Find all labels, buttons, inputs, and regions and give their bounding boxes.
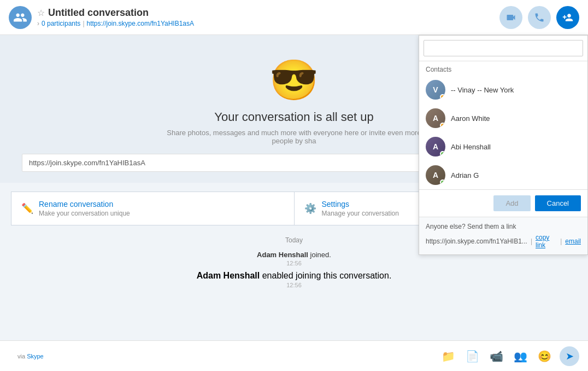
add-people-button[interactable]: [556, 6, 579, 29]
contact-avatar-adrian: A: [426, 165, 445, 185]
contact-name-abi: Abi Henshall: [451, 143, 491, 151]
gear-icon: ⚙️: [304, 202, 316, 215]
add-people-panel: Contacts V -- Vinay -- New York A Aaron …: [419, 35, 588, 255]
event-time-1: 12:56: [11, 282, 577, 288]
bottom-toolbar: via Skype 📁 📄 📹 👥 😊 ➤: [0, 340, 588, 371]
rename-subtitle: Make your conversation unique: [39, 210, 130, 217]
event-name-1: Adam Henshall: [197, 271, 260, 280]
event-time-0: 12:56: [11, 260, 577, 266]
via-skype-label: via Skype: [17, 353, 44, 360]
sms-button[interactable]: 📄: [463, 347, 481, 365]
contact-item-aaron[interactable]: A Aaron White: [419, 104, 587, 132]
header-title-area: ☆ Untitled conversation › 0 participants…: [37, 7, 499, 27]
link-separator-1: |: [531, 237, 532, 245]
welcome-subtitle: Share photos, messages and much more wit…: [157, 129, 431, 145]
header: ☆ Untitled conversation › 0 participants…: [0, 0, 588, 35]
header-actions: [499, 6, 579, 29]
email-action[interactable]: email: [565, 237, 581, 245]
status-dot-abi: [440, 151, 445, 156]
welcome-emoji: 😎: [269, 57, 319, 103]
pencil-icon: ✏️: [21, 202, 33, 215]
favorite-icon[interactable]: ☆: [37, 8, 45, 18]
event-name-0: Adam Henshall: [257, 251, 308, 259]
contact-avatar-abi: A: [426, 137, 445, 156]
video-call-button[interactable]: [499, 6, 522, 29]
status-dot-aaron: [440, 123, 445, 128]
conversation-title: Untitled conversation: [48, 7, 149, 19]
share-link-row: https://join.skype.com/fn1YaHIB1... | co…: [426, 234, 581, 249]
contact-avatar-aaron: A: [426, 108, 445, 128]
settings-subtitle: Manage your conversation: [322, 210, 399, 217]
send-button[interactable]: ➤: [560, 346, 579, 366]
contact-avatar-vinay: V: [426, 80, 445, 100]
contacts-label: Contacts: [419, 61, 587, 76]
search-input[interactable]: [424, 40, 583, 56]
contacts-list: V -- Vinay -- New York A Aaron White A: [419, 76, 587, 189]
link-separator-2: |: [560, 237, 562, 245]
event-action-0: joined.: [310, 251, 331, 259]
video-msg-button[interactable]: 📹: [487, 347, 505, 365]
message-event-1: Adam Henshall enabled joining this conve…: [11, 271, 577, 288]
emoji-button[interactable]: 😊: [536, 347, 553, 365]
main-area: 😎 Your conversation is all set up Share …: [0, 35, 588, 371]
copy-link-action[interactable]: copy link: [536, 234, 557, 249]
video-icon: [505, 12, 516, 23]
contact-name-aaron: Aaron White: [451, 114, 490, 123]
participants-count: 0 participants: [42, 20, 80, 27]
status-dot-vinay: [440, 94, 445, 100]
contact-name-adrian: Adrian G: [451, 171, 479, 179]
phone-icon: [534, 12, 545, 23]
contacts-button[interactable]: 👥: [511, 347, 529, 365]
add-person-icon: [562, 12, 573, 23]
anyone-else-section: Anyone else? Send them a link https://jo…: [419, 217, 587, 254]
conversation-avatar: [9, 6, 32, 29]
share-link-url: https://join.skype.com/fn1YaHIB1...: [426, 237, 527, 245]
search-area: [419, 36, 587, 61]
join-link[interactable]: https://join.skype.com/fn1YaHIB1asA: [87, 20, 195, 27]
audio-call-button[interactable]: [528, 6, 551, 29]
event-action-1: enabled joining this conversation.: [262, 271, 392, 280]
separator: |: [83, 20, 84, 27]
event-text-1: Adam Henshall enabled joining this conve…: [11, 271, 577, 281]
rename-title: Rename conversation: [39, 200, 130, 208]
panel-actions: Add Cancel: [419, 189, 587, 217]
add-button[interactable]: Add: [493, 195, 530, 211]
cancel-button[interactable]: Cancel: [535, 195, 581, 211]
skype-link[interactable]: Skype: [27, 353, 44, 360]
anyone-else-text: Anyone else? Send them a link: [426, 223, 581, 230]
attach-button[interactable]: 📁: [439, 347, 457, 365]
welcome-title: Your conversation is all set up: [214, 110, 373, 124]
expand-icon[interactable]: ›: [37, 20, 39, 27]
settings-btn-text: Settings Manage your conversation: [322, 200, 399, 217]
contact-item-abi[interactable]: A Abi Henshall: [419, 132, 587, 161]
group-icon: [13, 10, 27, 25]
settings-title: Settings: [322, 200, 399, 208]
contact-item-vinay[interactable]: V -- Vinay -- New York: [419, 76, 587, 104]
status-dot-adrian: [440, 179, 445, 185]
contact-item-adrian[interactable]: A Adrian G: [419, 161, 587, 189]
rename-conversation-button[interactable]: ✏️ Rename conversation Make your convers…: [11, 192, 294, 225]
contact-name-vinay: -- Vinay -- New York: [451, 86, 514, 94]
rename-btn-text: Rename conversation Make your conversati…: [39, 200, 130, 217]
